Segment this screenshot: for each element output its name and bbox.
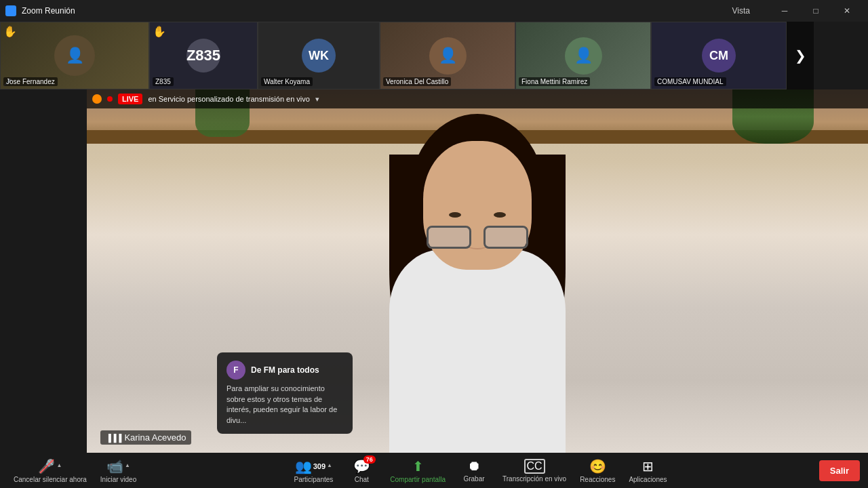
avatar-comusav: CM — [702, 39, 736, 73]
avatar-walter: WK — [302, 39, 336, 73]
titlebar-title: Zoom Reunión — [22, 6, 75, 16]
live-badge: LIVE — [118, 94, 142, 104]
main-video-bg: ▐▐▐ Karina Acevedo — [87, 89, 868, 453]
participant-name-comusav: COMUSAV MUNDIAL — [654, 77, 726, 86]
participant-thumb-fiona[interactable]: 👤 Fiona Mettini Ramirez — [515, 22, 651, 89]
apps-label: Aplicaciones — [629, 476, 667, 483]
apps-button[interactable]: ⊞ Aplicaciones — [623, 455, 672, 486]
toolbar-right-group: Salir — [819, 460, 860, 481]
exit-button[interactable]: Salir — [819, 460, 860, 481]
avatar-z835: Z835 — [186, 39, 220, 73]
participants-label: Participantes — [294, 476, 333, 483]
participants-icon-area: 👥 309 ▲ — [295, 458, 332, 474]
raise-hand-icon-jose: ✋ — [3, 25, 17, 38]
participants-caret-icon[interactable]: ▲ — [327, 462, 332, 468]
minimize-button[interactable]: ─ — [769, 0, 800, 22]
zoom-logo-icon — [5, 5, 16, 16]
speaker-name-text: Karina Acevedo — [124, 432, 186, 443]
chat-bubble: F De FM para todos Para ampliar su conoc… — [217, 352, 353, 434]
participant-name-veronica: Veronica Del Castillo — [383, 77, 451, 86]
share-icon: ⬆ — [412, 458, 424, 474]
face — [423, 141, 532, 270]
live-service-text: en Servicio personalizado de transmisión… — [148, 95, 309, 103]
participant-name-fiona: Fiona Mettini Ramirez — [519, 77, 590, 86]
participants-strip: ✋ 👤 🎤 Jose Fernandez ✋ Z835 Z835 WK Walt… — [0, 22, 868, 89]
chat-label: Chat — [355, 476, 369, 483]
captions-label: Transcripción en vivo — [502, 475, 566, 483]
apps-icon-area: ⊞ — [642, 458, 654, 474]
mic-label: Cancelar silenciar ahora — [14, 476, 87, 483]
reactions-icon-area: 😊 — [589, 458, 606, 474]
chat-sender-name: De FM para todos — [251, 365, 319, 375]
next-participants-button[interactable]: ❯ — [787, 22, 814, 89]
close-button[interactable]: ✕ — [831, 0, 863, 22]
participant-thumb-veronica[interactable]: 👤 Veronica Del Castillo — [380, 22, 515, 89]
record-icon-area: ⏺ — [467, 458, 481, 474]
person-silhouette — [349, 100, 606, 453]
participant-thumb-jose[interactable]: ✋ 👤 🎤 Jose Fernandez — [0, 22, 149, 89]
share-label: Compartir pantalla — [390, 476, 446, 483]
signal-bars-icon: ▐▐▐ — [106, 434, 121, 442]
captions-icon: CC — [524, 459, 545, 474]
titlebar-vista-label: Vista — [732, 6, 750, 16]
chat-button[interactable]: 💬 76 Chat — [341, 455, 382, 486]
reactions-icon: 😊 — [589, 458, 606, 474]
participants-button[interactable]: 👥 309 ▲ Participantes — [288, 455, 338, 486]
titlebar-left: Zoom Reunión — [5, 5, 75, 16]
mic-slash-icon: 🎤 — [38, 458, 55, 474]
captions-icon-area: CC — [524, 459, 545, 474]
maximize-button[interactable]: □ — [800, 0, 831, 22]
share-icon-area: ⬆ — [412, 458, 424, 474]
chat-message-text: Para ampliar su conocimiento sobre estos… — [226, 384, 343, 426]
participant-thumb-walter[interactable]: WK Walter Koyama — [258, 22, 380, 89]
raise-hand-icon-z835: ✋ — [153, 25, 166, 38]
chat-icon-area: 💬 76 — [353, 458, 370, 474]
toolbar-left-group: 🎤 ▲ Cancelar silenciar ahora 📹 ▲ Iniciar… — [8, 455, 142, 486]
participant-thumb-comusav[interactable]: CM COMUSAV MUNDIAL — [651, 22, 787, 89]
participant-name-z835: Z835 — [153, 77, 174, 86]
video-icon: 📹 — [106, 458, 123, 474]
mic-icon-area: 🎤 ▲ — [38, 458, 62, 474]
participant-name-jose: Jose Fernandez — [3, 77, 58, 86]
participant-name-walter: Walter Koyama — [261, 77, 313, 86]
participant-thumb-z835[interactable]: ✋ Z835 Z835 — [149, 22, 258, 89]
left-sidebar — [0, 22, 87, 488]
record-button[interactable]: ⏺ Grabar — [454, 455, 494, 485]
titlebar-controls: ─ □ ✕ — [769, 0, 863, 22]
mic-caret-icon[interactable]: ▲ — [56, 462, 62, 468]
video-label: Iniciar video — [100, 476, 136, 483]
live-dot-icon — [107, 96, 113, 102]
chat-sender-row: F De FM para todos — [226, 361, 343, 380]
live-dropdown-arrow[interactable]: ▾ — [315, 95, 319, 104]
record-label: Grabar — [463, 475, 484, 483]
toolbar-center-group: 👥 309 ▲ Participantes 💬 76 Chat ⬆ Compar… — [142, 455, 819, 486]
speaker-name-overlay: ▐▐▐ Karina Acevedo — [100, 430, 191, 445]
streaming-icon — [92, 94, 102, 104]
participants-count: 309 — [313, 462, 326, 470]
mic-button[interactable]: 🎤 ▲ Cancelar silenciar ahora — [8, 455, 92, 486]
captions-button[interactable]: CC Transcripción en vivo — [497, 456, 572, 485]
chat-sender-avatar: F — [226, 361, 245, 380]
body — [389, 249, 566, 453]
main-video: ▐▐▐ Karina Acevedo — [87, 89, 868, 453]
eyes — [443, 212, 511, 219]
record-icon: ⏺ — [467, 458, 481, 474]
reactions-label: Reacciones — [580, 476, 615, 483]
participants-icon: 👥 — [295, 458, 312, 474]
live-bar: LIVE en Servicio personalizado de transm… — [87, 89, 868, 108]
share-screen-button[interactable]: ⬆ Compartir pantalla — [384, 455, 451, 486]
toolbar: 🎤 ▲ Cancelar silenciar ahora 📹 ▲ Iniciar… — [0, 453, 868, 488]
apps-icon: ⊞ — [642, 458, 654, 474]
video-button[interactable]: 📹 ▲ Iniciar video — [95, 455, 142, 486]
chat-badge: 76 — [363, 455, 376, 464]
reactions-button[interactable]: 😊 Reacciones — [574, 455, 620, 486]
video-icon-area: 📹 ▲ — [106, 458, 130, 474]
titlebar: Zoom Reunión Vista ─ □ ✕ — [0, 0, 868, 22]
video-caret-icon[interactable]: ▲ — [125, 462, 130, 468]
glasses — [427, 226, 528, 246]
